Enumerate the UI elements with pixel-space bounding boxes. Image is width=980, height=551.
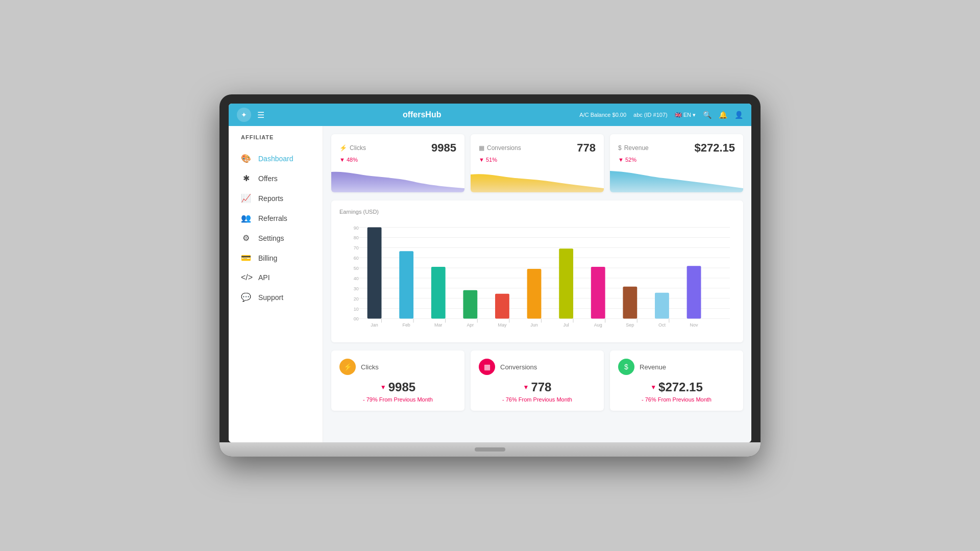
sidebar: AFFILIATE 🎨 Dashboard ✱ Offers 📈 Reports… bbox=[229, 126, 323, 442]
user-icon[interactable]: 👤 bbox=[734, 111, 743, 119]
offers-icon: ✱ bbox=[241, 173, 251, 183]
svg-rect-35 bbox=[527, 269, 542, 318]
down-arrow-conversions: ▼ bbox=[523, 384, 529, 391]
language-selector[interactable]: 🇬🇧 EN ▾ bbox=[675, 112, 696, 118]
down-arrow-revenue: ▼ bbox=[650, 384, 656, 391]
bottom-clicks-value: ▼ 9985 bbox=[339, 380, 456, 394]
sidebar-item-api[interactable]: </> API bbox=[229, 268, 323, 287]
svg-rect-32 bbox=[495, 294, 509, 319]
revenue-pct: ▼ 52% bbox=[618, 157, 735, 163]
earnings-title: Earnings (USD) bbox=[339, 209, 735, 215]
clicks-circle: ⚡ bbox=[339, 359, 356, 375]
sidebar-label-settings: Settings bbox=[258, 234, 284, 242]
bell-icon[interactable]: 🔔 bbox=[719, 111, 727, 119]
billing-icon: 💳 bbox=[241, 253, 251, 263]
topnav: ✦ ☰ offersHub A/C Balance $0.00 abc (ID … bbox=[229, 104, 751, 126]
svg-rect-29 bbox=[463, 290, 477, 319]
down-arrow-clicks: ▼ bbox=[380, 384, 386, 391]
svg-text:20: 20 bbox=[354, 296, 359, 302]
svg-rect-47 bbox=[655, 293, 669, 319]
conversions-value: 778 bbox=[577, 141, 596, 155]
bar-chart: 90 80 70 60 50 40 30 bbox=[339, 220, 735, 334]
svg-rect-41 bbox=[591, 267, 605, 318]
hamburger-button[interactable]: ☰ bbox=[257, 110, 264, 120]
content-area: ⚡ Clicks 9985 ▼ 48% bbox=[323, 126, 751, 442]
stat-card-clicks: ⚡ Clicks 9985 ▼ 48% bbox=[331, 134, 464, 192]
conversions-chart bbox=[471, 167, 604, 192]
stat-card-revenue: $ Revenue $272.15 ▼ 52% bbox=[610, 134, 743, 192]
bottom-conversions-name: Conversions bbox=[500, 363, 537, 371]
svg-text:Jan: Jan bbox=[371, 322, 378, 328]
revenue-circle: $ bbox=[618, 359, 634, 375]
revenue-value: $272.15 bbox=[694, 141, 735, 155]
clicks-pct: ▼ 48% bbox=[339, 157, 456, 163]
svg-text:Feb: Feb bbox=[402, 322, 410, 328]
bottom-stat-revenue-header: $ Revenue bbox=[618, 359, 735, 375]
sidebar-item-billing[interactable]: 💳 Billing bbox=[229, 248, 323, 268]
svg-text:30: 30 bbox=[354, 286, 359, 291]
bottom-revenue-pct: - 76% From Previous Month bbox=[618, 396, 735, 403]
sidebar-label-reports: Reports bbox=[258, 194, 283, 203]
search-icon[interactable]: 🔍 bbox=[703, 111, 712, 119]
conversions-pct: ▼ 51% bbox=[479, 157, 596, 163]
sidebar-item-reports[interactable]: 📈 Reports bbox=[229, 188, 323, 208]
svg-text:Jul: Jul bbox=[563, 322, 569, 328]
sidebar-item-referrals[interactable]: 👥 Referrals bbox=[229, 208, 323, 228]
bottom-stat-clicks-header: ⚡ Clicks bbox=[339, 359, 456, 375]
conversions-label: ▦ Conversions bbox=[479, 144, 521, 152]
logo-icon: ✦ bbox=[237, 108, 251, 122]
bottom-revenue-name: Revenue bbox=[640, 363, 666, 371]
settings-icon: ⚙ bbox=[241, 233, 251, 243]
dashboard-icon: 🎨 bbox=[241, 154, 251, 163]
svg-text:90: 90 bbox=[354, 226, 359, 231]
bottom-revenue-value: ▼ $272.15 bbox=[618, 380, 735, 394]
svg-text:80: 80 bbox=[354, 235, 359, 240]
bottom-stats-row: ⚡ Clicks ▼ 9985 - 79% From Previous Mont… bbox=[331, 350, 743, 411]
conversions-icon: ▦ bbox=[479, 144, 484, 152]
stat-card-conversions: ▦ Conversions 778 ▼ 51% bbox=[471, 134, 604, 192]
laptop-notch bbox=[475, 447, 505, 452]
bottom-clicks-name: Clicks bbox=[361, 363, 379, 371]
api-icon: </> bbox=[241, 273, 251, 282]
sidebar-item-dashboard[interactable]: 🎨 Dashboard bbox=[229, 148, 323, 168]
svg-rect-50 bbox=[687, 266, 701, 318]
bottom-stat-clicks: ⚡ Clicks ▼ 9985 - 79% From Previous Mont… bbox=[331, 350, 464, 411]
referrals-icon: 👥 bbox=[241, 213, 251, 223]
sidebar-item-offers[interactable]: ✱ Offers bbox=[229, 168, 323, 188]
revenue-icon: $ bbox=[618, 144, 622, 152]
bottom-stat-revenue: $ Revenue ▼ $272.15 - 76% From Previous … bbox=[610, 350, 743, 411]
sidebar-item-settings[interactable]: ⚙ Settings bbox=[229, 228, 323, 248]
clicks-label: ⚡ Clicks bbox=[339, 144, 366, 152]
bottom-stat-conversions-header: ▦ Conversions bbox=[479, 359, 596, 375]
laptop-screen: ✦ ☰ offersHub A/C Balance $0.00 abc (ID … bbox=[229, 104, 751, 442]
bottom-clicks-pct: - 79% From Previous Month bbox=[339, 396, 456, 403]
main-layout: AFFILIATE 🎨 Dashboard ✱ Offers 📈 Reports… bbox=[229, 126, 751, 442]
svg-text:60: 60 bbox=[354, 256, 359, 261]
sidebar-label-api: API bbox=[258, 273, 270, 282]
sidebar-item-support[interactable]: 💬 Support bbox=[229, 287, 323, 307]
clicks-chart bbox=[331, 167, 464, 192]
sidebar-label-billing: Billing bbox=[258, 254, 277, 262]
brand-suffix: Hub bbox=[425, 110, 441, 119]
svg-text:50: 50 bbox=[354, 266, 359, 271]
laptop-frame: ✦ ☰ offersHub A/C Balance $0.00 abc (ID … bbox=[219, 94, 761, 457]
svg-rect-38 bbox=[559, 248, 573, 318]
sidebar-label-offers: Offers bbox=[258, 174, 278, 183]
clicks-value: 9985 bbox=[431, 141, 456, 155]
reports-icon: 📈 bbox=[241, 193, 251, 203]
conversions-circle: ▦ bbox=[479, 359, 495, 375]
earnings-card: Earnings (USD) 90 80 70 60 50 bbox=[331, 201, 743, 342]
topnav-right: A/C Balance $0.00 abc (ID #107) 🇬🇧 EN ▾ … bbox=[579, 111, 743, 119]
brand-name: offersHub bbox=[271, 110, 573, 119]
svg-text:Jun: Jun bbox=[530, 322, 537, 328]
balance-label: A/C Balance $0.00 bbox=[579, 112, 626, 118]
svg-text:40: 40 bbox=[354, 276, 359, 281]
svg-text:Aug: Aug bbox=[594, 322, 602, 328]
svg-text:May: May bbox=[498, 322, 506, 328]
svg-text:Mar: Mar bbox=[434, 322, 442, 328]
clicks-icon: ⚡ bbox=[339, 144, 347, 152]
bottom-conversions-pct: - 76% From Previous Month bbox=[479, 396, 596, 403]
brand-prefix: offers bbox=[403, 110, 425, 119]
svg-rect-20 bbox=[368, 228, 382, 319]
user-label: abc (ID #107) bbox=[633, 112, 668, 118]
